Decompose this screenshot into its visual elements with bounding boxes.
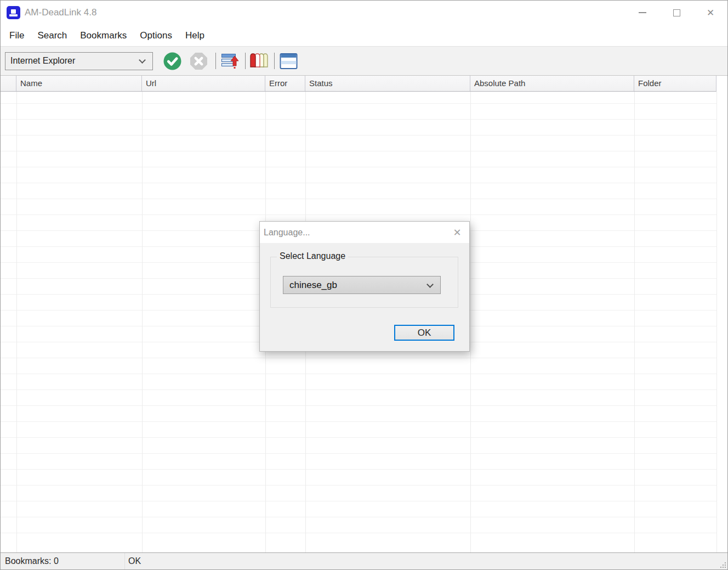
title-bar: AM-DeadLink 4.8 ✕ [1, 1, 727, 25]
menu-file[interactable]: File [3, 27, 31, 44]
browser-select-value: Internet Explorer [5, 56, 75, 66]
grid-vline [142, 92, 143, 552]
dialog-close-button[interactable]: ✕ [445, 222, 469, 243]
maximize-icon [673, 9, 680, 16]
chevron-down-icon [426, 281, 434, 288]
column-header-url[interactable]: Url [142, 76, 265, 91]
column-header-absolute-path[interactable]: Absolute Path [470, 76, 634, 91]
grid-vline [16, 92, 17, 552]
column-header-error[interactable]: Error [265, 76, 305, 91]
check-bookmarks-button[interactable] [162, 51, 182, 71]
toolbar-separator [245, 53, 246, 69]
language-select[interactable]: chinese_gb [283, 276, 441, 294]
maximize-button[interactable] [659, 1, 693, 25]
status-bar: Bookmarks: 0 OK [1, 552, 727, 569]
column-header-icon[interactable] [1, 76, 16, 91]
browser-window-button[interactable] [278, 51, 298, 71]
close-icon: ✕ [707, 7, 714, 19]
select-language-label: Select Language [277, 251, 348, 261]
ok-button[interactable]: OK [394, 325, 454, 341]
toolbar-separator [274, 53, 275, 69]
menu-bar: File Search Bookmarks Options Help [1, 25, 727, 46]
menu-bookmarks[interactable]: Bookmarks [73, 27, 133, 44]
close-button[interactable]: ✕ [693, 1, 727, 25]
browser-window-icon [280, 53, 298, 70]
status-bookmarks-count: Bookmarks: 0 [1, 556, 124, 566]
browser-select[interactable]: Internet Explorer [5, 52, 153, 70]
list-upload-icon [221, 52, 239, 70]
column-header-folder[interactable]: Folder [634, 76, 716, 91]
minimize-button[interactable] [625, 1, 659, 25]
menu-search[interactable]: Search [31, 27, 73, 44]
column-header-status[interactable]: Status [305, 76, 470, 91]
minimize-icon [639, 12, 646, 13]
menu-help[interactable]: Help [179, 27, 211, 44]
bookmark-books-icon [249, 52, 269, 70]
chevron-down-icon [139, 57, 146, 64]
stop-x-icon [190, 52, 208, 70]
grid-vline [470, 92, 471, 552]
close-icon: ✕ [453, 227, 461, 239]
grid-vline [716, 92, 717, 552]
bookmarks-files-button[interactable] [249, 51, 269, 71]
menu-options[interactable]: Options [133, 27, 179, 44]
language-select-value: chinese_gb [283, 280, 337, 291]
check-circle-icon [163, 52, 181, 70]
toolbar: Internet Explorer [1, 46, 727, 76]
dialog-title: Language... [260, 228, 310, 238]
stop-button [189, 51, 208, 71]
table-header: Name Url Error Status Absolute Path Fold… [1, 76, 716, 92]
grid-vline [634, 92, 635, 552]
language-dialog: Language... ✕ Select Language chinese_gb… [259, 221, 470, 352]
toolbar-separator [215, 53, 216, 69]
resize-grip[interactable] [719, 561, 726, 568]
app-window: AM-DeadLink 4.8 ✕ File Search Bookmarks … [0, 0, 728, 570]
dialog-title-bar: Language... ✕ [260, 222, 469, 243]
status-message: OK [125, 556, 141, 566]
column-header-name[interactable]: Name [16, 76, 142, 91]
window-controls: ✕ [625, 1, 727, 25]
import-bookmarks-button[interactable] [220, 51, 240, 71]
app-icon [7, 6, 20, 19]
window-title: AM-DeadLink 4.8 [25, 7, 96, 18]
